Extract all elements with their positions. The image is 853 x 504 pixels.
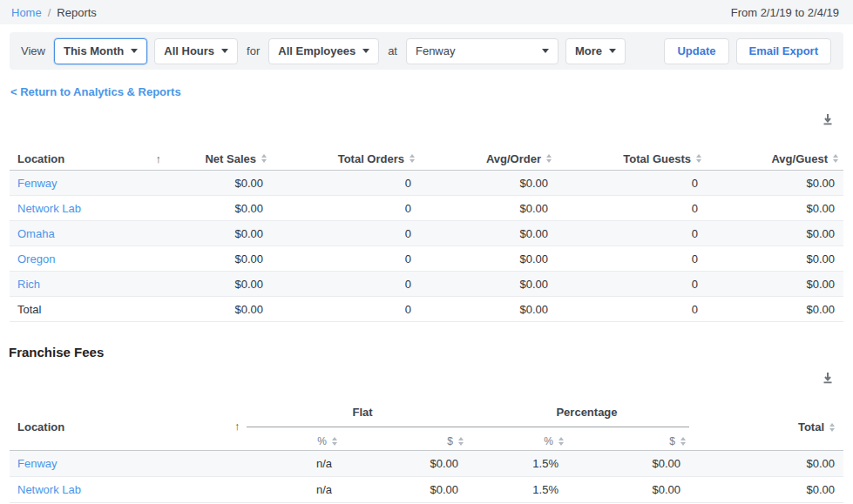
download-icon[interactable] bbox=[822, 113, 834, 125]
more-dropdown[interactable]: More bbox=[565, 38, 626, 64]
table-row: Network Lab n/a $0.00 1.5% $0.00 $0.00 bbox=[10, 477, 843, 503]
sort-toggle-icon[interactable] bbox=[332, 437, 337, 446]
flat-dollar-cell: $0.00 bbox=[341, 483, 467, 496]
email-export-button[interactable]: Email Export bbox=[736, 38, 831, 64]
chevron-down-icon bbox=[221, 49, 228, 53]
hours-dropdown[interactable]: All Hours bbox=[154, 38, 238, 64]
breadcrumb-current: Reports bbox=[57, 6, 97, 19]
net-sales-cell: $0.00 bbox=[166, 227, 272, 240]
time-range-dropdown[interactable]: This Month bbox=[54, 38, 147, 64]
column-header-total[interactable]: Total bbox=[798, 420, 835, 433]
column-header-total-guests[interactable]: Total Guests bbox=[557, 152, 707, 165]
sort-toggle-icon[interactable] bbox=[696, 154, 701, 163]
sort-toggle-icon[interactable] bbox=[680, 437, 686, 446]
location-link[interactable]: Oregon bbox=[17, 252, 55, 265]
column-header-location[interactable]: Location bbox=[17, 420, 64, 433]
sort-toggle-icon[interactable] bbox=[458, 437, 464, 446]
location-link[interactable]: Network Lab bbox=[17, 483, 81, 496]
more-value: More bbox=[575, 44, 602, 57]
column-header-avg-order[interactable]: Avg/Order bbox=[420, 152, 557, 165]
avg-order-cell: $0.00 bbox=[420, 202, 557, 215]
total-row-label: Total bbox=[17, 303, 41, 316]
breadcrumb-separator: / bbox=[48, 6, 51, 19]
sort-toggle-icon[interactable] bbox=[829, 423, 835, 432]
location-dropdown[interactable]: Fenway bbox=[406, 38, 559, 64]
flat-percent-cell: n/a bbox=[254, 483, 341, 496]
column-header-flat-dollar[interactable]: $ bbox=[341, 435, 467, 447]
employees-dropdown[interactable]: All Employees bbox=[268, 38, 379, 64]
table-row: Fenway $0.00 0 $0.00 0 $0.00 bbox=[10, 171, 843, 196]
group-header-percentage: Percentage bbox=[519, 406, 654, 419]
table-row: Oregon $0.00 0 $0.00 0 $0.00 bbox=[10, 246, 843, 272]
filter-bar: View This Month All Hours for All Employ… bbox=[10, 32, 843, 70]
total-guests-cell: 0 bbox=[557, 278, 707, 291]
total-orders-cell: 0 bbox=[272, 202, 420, 215]
net-sales-cell: $0.00 bbox=[166, 177, 272, 190]
column-header-percentage-dollar[interactable]: $ bbox=[567, 435, 689, 447]
percentage-dollar-cell: $0.00 bbox=[567, 483, 689, 496]
employees-value: All Employees bbox=[278, 44, 355, 57]
flat-dollar-cell: $0.00 bbox=[341, 457, 467, 470]
total-orders-cell: 0 bbox=[272, 177, 420, 190]
column-header-percentage-percent[interactable]: % bbox=[467, 435, 567, 447]
chevron-down-icon bbox=[609, 49, 616, 53]
for-label: for bbox=[247, 44, 260, 57]
avg-guest-cell: $0.00 bbox=[707, 252, 843, 265]
column-header-flat-percent[interactable]: % bbox=[254, 435, 341, 447]
avg-order-cell: $0.00 bbox=[420, 227, 557, 240]
sort-toggle-icon[interactable] bbox=[833, 154, 838, 163]
franchise-fees-table: Location ↑ Flat Percentage Total % $ % $ bbox=[10, 401, 843, 503]
location-link[interactable]: Fenway bbox=[17, 457, 58, 470]
update-button[interactable]: Update bbox=[664, 38, 728, 64]
column-header-avg-guest[interactable]: Avg/Guest bbox=[707, 152, 843, 165]
total-cell: $0.00 bbox=[689, 483, 843, 496]
sub-header-row: % $ % $ bbox=[10, 435, 843, 447]
sales-table: Location ↑ Net Sales Total Orders Avg/Or… bbox=[10, 147, 843, 322]
total-guests-cell: 0 bbox=[557, 177, 707, 190]
column-header-total-orders[interactable]: Total Orders bbox=[272, 152, 420, 165]
table-row: Network Lab $0.00 0 $0.00 0 $0.00 bbox=[10, 196, 843, 221]
total-guests-cell: 0 bbox=[557, 202, 707, 215]
sort-ascending-icon: ↑ bbox=[234, 420, 240, 433]
avg-guest-cell: $0.00 bbox=[707, 303, 843, 316]
avg-guest-cell: $0.00 bbox=[707, 202, 843, 215]
total-cell: $0.00 bbox=[689, 457, 843, 470]
total-orders-cell: 0 bbox=[272, 227, 420, 240]
net-sales-cell: $0.00 bbox=[166, 303, 272, 316]
group-divider-line bbox=[247, 427, 689, 427]
sort-toggle-icon[interactable] bbox=[410, 154, 415, 163]
net-sales-cell: $0.00 bbox=[166, 252, 272, 265]
breadcrumb-home-link[interactable]: Home bbox=[11, 6, 42, 19]
return-to-analytics-link[interactable]: < Return to Analytics & Reports bbox=[10, 85, 181, 98]
table-row: Rich $0.00 0 $0.00 0 $0.00 bbox=[10, 272, 843, 297]
avg-guest-cell: $0.00 bbox=[707, 177, 843, 190]
location-link[interactable]: Network Lab bbox=[17, 202, 81, 215]
avg-order-cell: $0.00 bbox=[420, 303, 557, 316]
time-range-value: This Month bbox=[64, 44, 124, 57]
sort-toggle-icon[interactable] bbox=[559, 437, 564, 446]
avg-order-cell: $0.00 bbox=[420, 252, 557, 265]
franchise-fees-title: Franchise Fees bbox=[9, 345, 853, 360]
sort-toggle-icon[interactable] bbox=[261, 154, 267, 163]
breadcrumb: Home / Reports bbox=[11, 6, 97, 19]
franchise-fees-header: Location ↑ Flat Percentage Total % $ % $ bbox=[10, 401, 843, 451]
avg-guest-cell: $0.00 bbox=[707, 227, 843, 240]
column-header-location[interactable]: Location ↑ bbox=[10, 152, 166, 165]
group-header-flat: Flat bbox=[297, 406, 428, 419]
sales-table-body: Fenway $0.00 0 $0.00 0 $0.00 Network Lab… bbox=[10, 171, 843, 322]
percentage-dollar-cell: $0.00 bbox=[567, 457, 689, 470]
table-row: Fenway n/a $0.00 1.5% $0.00 $0.00 bbox=[10, 451, 843, 477]
location-link[interactable]: Omaha bbox=[17, 227, 55, 240]
location-link[interactable]: Fenway bbox=[17, 177, 58, 190]
percentage-percent-cell: 1.5% bbox=[467, 483, 567, 496]
sort-toggle-icon[interactable] bbox=[546, 154, 552, 163]
location-value: Fenway bbox=[416, 44, 456, 57]
chevron-down-icon bbox=[362, 49, 369, 53]
column-header-net-sales[interactable]: Net Sales bbox=[166, 152, 272, 165]
download-icon[interactable] bbox=[822, 372, 834, 384]
chevron-down-icon bbox=[131, 49, 138, 53]
top-bar: Home / Reports From 2/1/19 to 2/4/19 bbox=[0, 0, 853, 24]
franchise-fees-body: Fenway n/a $0.00 1.5% $0.00 $0.00 Networ… bbox=[10, 451, 843, 503]
location-link[interactable]: Rich bbox=[17, 278, 40, 291]
total-orders-cell: 0 bbox=[272, 278, 420, 291]
